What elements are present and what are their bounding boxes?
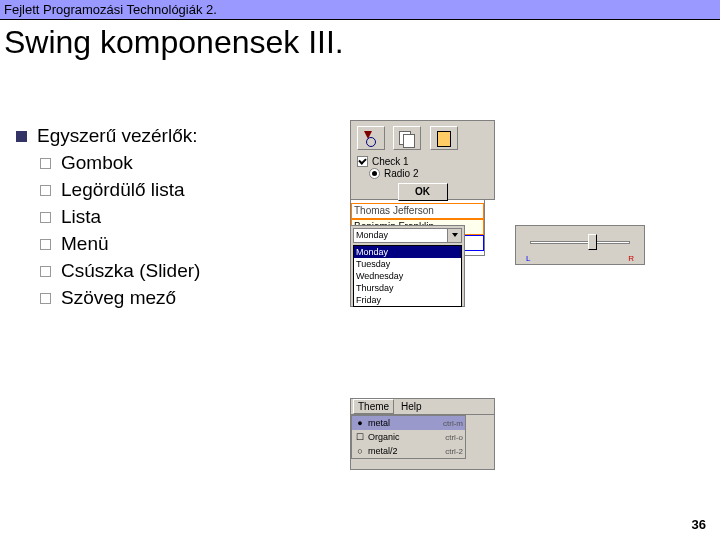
radio-label: Radio 2 [384,168,418,179]
menu-item-label: metal/2 [366,446,445,456]
combobox-option[interactable]: Monday [354,246,461,258]
radio[interactable] [369,168,380,179]
checkbox[interactable] [357,156,368,167]
bullet-box-icon [40,212,51,223]
menu-dropdown: ●metalctrl-m☐Organicctrl-o○metal/2ctrl-2 [351,415,466,459]
bullet-item: Szöveg mező [40,287,340,309]
bullet-text: Csúszka (Slider) [61,260,200,282]
list-item[interactable]: Thomas Jefferson [351,203,484,219]
combobox-value: Monday [356,230,388,240]
bullet-box-icon [40,158,51,169]
bullet-item: Gombok [40,152,340,174]
bullet-box-icon [40,293,51,304]
menu-help[interactable]: Help [397,400,426,413]
bullet-item: Menü [40,233,340,255]
combobox-option[interactable]: Wednesday [354,270,461,282]
menu-item-accel: ctrl-m [443,419,463,428]
slide-title: Swing komponensek III. [0,20,720,61]
slider-thumb[interactable] [588,234,597,250]
bullet-text: Lista [61,206,101,228]
bullet-square-icon [16,131,27,142]
subtitle: Egyszerű vezérlők: [37,125,198,147]
paste-button[interactable] [430,126,458,150]
subtitle-row: Egyszerű vezérlők: [16,125,340,147]
menu-item-icon: ☐ [354,432,366,442]
slider-track [530,241,630,244]
demo-slider-panel: L R [515,225,645,265]
demo-buttons-panel: Check 1 Radio 2 OK [350,120,495,200]
demo-area: Check 1 Radio 2 OK Monday MondayTuesdayW… [350,120,710,256]
bullet-item: Legördülő lista [40,179,340,201]
menu-item-icon: ○ [354,446,366,456]
bullet-item: Lista [40,206,340,228]
combobox-option[interactable]: Thursday [354,282,461,294]
bullet-text: Szöveg mező [61,287,176,309]
bullet-text: Menü [61,233,109,255]
slider[interactable] [530,234,630,252]
combobox-option[interactable]: Friday [354,294,461,306]
slider-right-label: R [628,254,634,263]
combobox-option[interactable]: Tuesday [354,258,461,270]
bullet-box-icon [40,266,51,277]
slider-left-label: L [526,254,530,263]
chevron-down-icon[interactable] [447,229,461,242]
menu-item-label: metal [366,418,443,428]
menu-item-accel: ctrl-2 [445,447,463,456]
copy-button[interactable] [393,126,421,150]
bullet-item: Csúszka (Slider) [40,260,340,282]
demo-combobox-panel: Monday MondayTuesdayWednesdayThursdayFri… [350,225,465,307]
bullet-box-icon [40,239,51,250]
bullet-box-icon [40,185,51,196]
bullet-text: Legördülő lista [61,179,185,201]
combobox-dropdown: MondayTuesdayWednesdayThursdayFriday [353,245,462,307]
menu-item[interactable]: ●metalctrl-m [352,416,465,430]
page-number: 36 [692,517,706,532]
cut-button[interactable] [357,126,385,150]
menu-item[interactable]: ☐Organicctrl-o [352,430,465,444]
menu-item-accel: ctrl-o [445,433,463,442]
checkbox-label: Check 1 [372,156,409,167]
combobox[interactable]: Monday [353,228,462,243]
slide-header: Fejlett Programozási Technológiák 2. [0,0,720,20]
content-column: Egyszerű vezérlők: GombokLegördülő lista… [0,120,340,314]
menubar: Theme Help [351,399,494,415]
menu-item[interactable]: ○metal/2ctrl-2 [352,444,465,458]
menu-item-label: Organic [366,432,445,442]
menu-item-icon: ● [354,418,366,428]
ok-button[interactable]: OK [398,183,448,201]
demo-menu-panel: Theme Help ●metalctrl-m☐Organicctrl-o○me… [350,398,495,470]
menu-theme[interactable]: Theme [353,399,394,414]
bullet-text: Gombok [61,152,133,174]
